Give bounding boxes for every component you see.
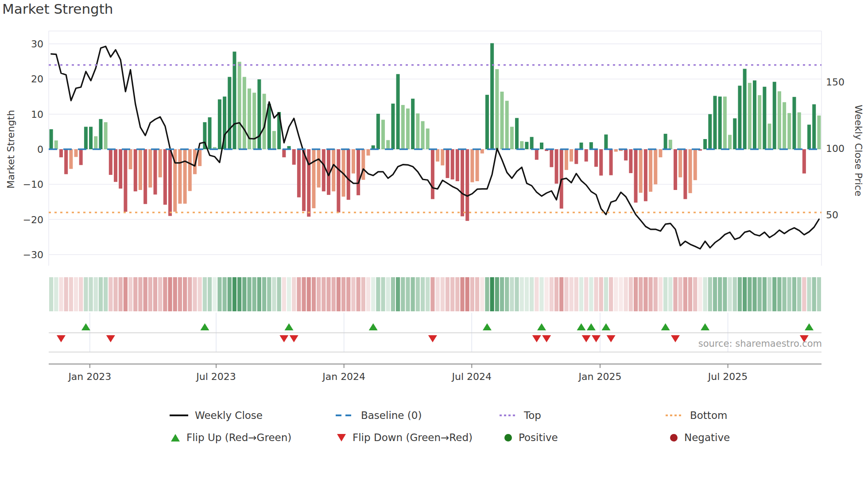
- heatmap-cell: [763, 277, 767, 311]
- strength-bar-negative: [649, 149, 652, 192]
- legend-item-baseline: Baseline (0): [336, 407, 422, 424]
- heatmap-cell: [594, 277, 598, 311]
- heatmap-cell: [703, 277, 707, 311]
- strength-bar-negative: [585, 149, 588, 162]
- flip-up-marker: [587, 323, 596, 330]
- strength-bar-positive: [778, 91, 781, 149]
- strength-bar-negative: [134, 149, 137, 191]
- strength-bar-positive: [391, 104, 395, 149]
- heatmap-cell: [817, 277, 821, 311]
- strength-bar-positive: [798, 112, 801, 149]
- strength-bar-negative: [456, 149, 459, 181]
- strength-bar-negative: [188, 149, 192, 191]
- strength-bar-positive: [500, 92, 504, 149]
- heatmap-cell: [208, 277, 212, 311]
- heatmap-cell: [64, 277, 68, 311]
- heatmap-cell: [113, 277, 117, 311]
- heatmap-cell: [450, 277, 454, 311]
- flip-up-marker: [805, 323, 814, 330]
- heatmap-cell: [69, 277, 73, 311]
- heatmap-cell: [668, 277, 672, 311]
- strength-bar-negative: [609, 149, 613, 175]
- heatmap-cell: [376, 277, 380, 311]
- flip-up-triangle-icon: [171, 434, 180, 442]
- heatmap-cell: [589, 277, 593, 311]
- strength-bar-positive: [421, 121, 425, 149]
- heatmap-cell: [713, 277, 717, 311]
- strength-bar-positive: [738, 85, 741, 149]
- strength-bar-positive: [243, 77, 246, 149]
- flip-up-marker: [285, 323, 294, 330]
- strength-bar-positive: [411, 99, 415, 149]
- strength-bar-negative: [317, 149, 321, 187]
- strength-bar-positive: [401, 105, 405, 149]
- heatmap-cell: [748, 277, 752, 311]
- strength-bar-negative: [79, 149, 83, 165]
- left-axis-tick-label: 0: [37, 144, 43, 155]
- heatmap-cell: [143, 277, 147, 311]
- strength-bar-negative: [129, 149, 132, 169]
- strength-bar-positive: [381, 120, 385, 149]
- heatmap-cell: [138, 277, 142, 311]
- heatmap-cell: [242, 277, 246, 311]
- x-axis-tick-label: Jul 2025: [707, 371, 748, 382]
- heatmap-cell: [302, 277, 306, 311]
- legend-item-negative: Negative: [670, 429, 730, 446]
- heatmap-cell: [411, 277, 415, 311]
- heatmap-cell: [802, 277, 806, 311]
- heatmap-cell: [728, 277, 732, 311]
- heatmap-cell: [361, 277, 365, 311]
- flip-down-marker: [428, 335, 437, 342]
- strength-bar-positive: [733, 118, 736, 149]
- heatmap-cell: [530, 277, 534, 311]
- heatmap-cell: [277, 277, 281, 311]
- strength-bar-negative: [436, 149, 439, 162]
- heatmap-cell: [708, 277, 712, 311]
- strength-bar-positive: [703, 139, 707, 149]
- strength-bar-positive: [208, 117, 212, 149]
- heatmap-cell: [535, 277, 539, 311]
- strength-bar-negative: [322, 149, 326, 191]
- heatmap-cell: [570, 277, 574, 311]
- strength-bar-positive: [812, 104, 816, 149]
- heatmap-cell: [49, 277, 53, 311]
- heatmap-cell: [554, 277, 558, 311]
- heatmap-cell: [99, 277, 103, 311]
- strength-bar-positive: [416, 113, 419, 149]
- heatmap-cell: [614, 277, 618, 311]
- baseline-dash-swatch: [336, 414, 354, 416]
- strength-bar-positive: [743, 69, 747, 149]
- flip-up-marker: [661, 323, 670, 330]
- negative-dot-icon: [670, 434, 678, 442]
- flip-down-marker: [532, 335, 541, 342]
- heatmap-cell: [465, 277, 469, 311]
- strength-bar-negative: [694, 149, 697, 180]
- heatmap-cell: [574, 277, 578, 311]
- heatmap-cell: [322, 277, 326, 311]
- heatmap-cell: [148, 277, 152, 311]
- strength-bar-negative: [689, 149, 692, 193]
- heatmap-cell: [564, 277, 568, 311]
- heatmap-cell: [539, 277, 543, 311]
- heatmap-cell: [153, 277, 157, 311]
- strength-bar-positive: [589, 142, 593, 149]
- strength-bar-negative: [624, 149, 628, 160]
- strength-bar-negative: [143, 149, 147, 204]
- heatmap-cell: [435, 277, 439, 311]
- heatmap-cell: [326, 277, 330, 311]
- heatmap-cell: [460, 277, 464, 311]
- heatmap-cell: [654, 277, 658, 311]
- heatmap-cell: [787, 277, 791, 311]
- strength-bar-negative: [282, 149, 286, 157]
- heatmap-cell: [133, 277, 137, 311]
- heatmap-cell: [559, 277, 563, 311]
- strength-bar-positive: [792, 97, 796, 149]
- heatmap-cell: [232, 277, 236, 311]
- right-axis-title: Weekly Close Price: [853, 105, 864, 197]
- strength-bar-negative: [555, 149, 558, 184]
- heatmap-cell: [317, 277, 321, 311]
- heatmap-cell: [797, 277, 801, 311]
- heatmap-cell: [228, 277, 232, 311]
- strength-bar-negative: [431, 149, 434, 199]
- strength-bar-negative: [461, 149, 464, 216]
